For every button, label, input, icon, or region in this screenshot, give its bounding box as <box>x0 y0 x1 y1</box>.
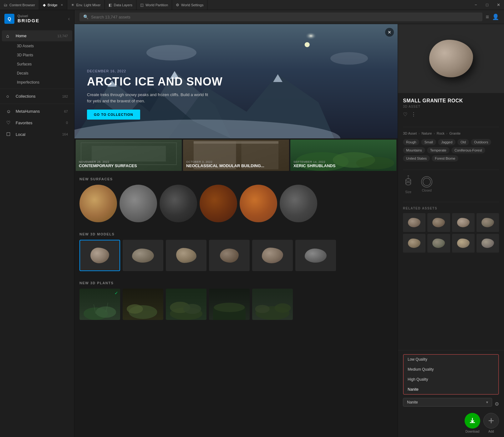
breadcrumb-item-3[interactable]: Rock <box>437 131 445 135</box>
featured-title-3: XERIC SHRUBLANDS <box>293 163 393 168</box>
tag-rough[interactable]: Rough <box>403 139 419 145</box>
download-button[interactable]: Download <box>465 413 480 433</box>
collapse-sidebar-button[interactable]: ‹ <box>68 16 70 22</box>
quality-option-low[interactable]: Low Quality <box>403 354 499 364</box>
sidebar-item-favorites[interactable]: ♡ Favorites 0 <box>2 117 72 128</box>
user-icon[interactable]: 👤 <box>492 13 499 20</box>
tag-jagged[interactable]: Jagged <box>438 139 456 145</box>
surface-item-sand[interactable] <box>79 185 117 222</box>
related-item-5[interactable] <box>403 234 425 253</box>
related-item-3[interactable] <box>452 213 475 232</box>
surface-item-wood[interactable] <box>240 185 277 222</box>
sidebar-item-local[interactable]: ☐ Local 164 <box>2 129 72 140</box>
sidebar-subitem-3d-assets[interactable]: 3D Assets <box>14 42 72 50</box>
plant-item-2[interactable] <box>123 289 163 320</box>
quality-settings-icon[interactable]: ⚙ <box>495 401 499 407</box>
hero-content: DECEMBER 16, 2022 ARCTIC ICE AND SNOW Cr… <box>87 69 223 120</box>
hero-cta-button[interactable]: GO TO COLLECTION <box>87 110 140 120</box>
app-logo-text: Quixel BRIDGE <box>18 14 39 23</box>
model-rock-shape-3 <box>176 248 196 263</box>
model-item-1[interactable] <box>79 240 120 271</box>
surface-item-more[interactable] <box>280 185 317 222</box>
breadcrumb: 3D Asset › Nature › Rock › Granite <box>398 131 504 139</box>
metahumans-label: MetaHumans <box>16 109 64 114</box>
surface-item-concrete[interactable] <box>120 185 157 222</box>
size-label: Size <box>405 190 411 194</box>
plant-item-5[interactable] <box>252 289 293 320</box>
tag-united-states[interactable]: United States <box>403 155 430 162</box>
featured-item-3[interactable]: SEPTEMBER 14, 2022 XERIC SHRUBLANDS <box>290 140 396 171</box>
tab-world-partition[interactable]: ◫ World Partition <box>136 0 172 10</box>
svg-rect-14 <box>92 146 166 162</box>
filter-icon[interactable]: ≡ <box>486 14 489 20</box>
plant-item-3[interactable] <box>166 289 206 320</box>
sidebar-subitem-decals[interactable]: Decals <box>14 69 72 78</box>
surface-item-rough[interactable] <box>200 185 237 222</box>
tab-data-layers[interactable]: ◧ Data Layers <box>105 0 136 10</box>
quality-select[interactable]: Nanite ▾ <box>403 398 492 407</box>
maximize-button[interactable]: □ <box>481 0 493 10</box>
surface-item-dark[interactable] <box>160 185 197 222</box>
related-item-1[interactable] <box>403 213 425 232</box>
search-input[interactable] <box>91 15 479 19</box>
tag-temperate[interactable]: Temperate <box>427 147 450 153</box>
tab-bridge-close[interactable]: ✕ <box>61 3 63 7</box>
sidebar-subitem-imperfections[interactable]: Imperfections <box>14 78 72 87</box>
sidebar-item-collections[interactable]: ○ Collections 182 <box>2 91 72 102</box>
model-item-3[interactable] <box>166 240 206 271</box>
svg-point-35 <box>255 305 270 313</box>
breadcrumb-item-2[interactable]: Nature <box>421 131 432 135</box>
more-options-button[interactable]: ⋮ <box>411 111 416 117</box>
sidebar-subitem-3d-plants[interactable]: 3D Plants <box>14 51 72 59</box>
tag-coniferous-forest[interactable]: Coniferous-Forest <box>451 147 485 153</box>
related-item-2[interactable] <box>427 213 450 232</box>
plant-item-4[interactable] <box>209 289 250 320</box>
tab-content-browser[interactable]: 🗂 Content Browser <box>0 0 39 10</box>
sidebar-item-home[interactable]: ⌂ Home 13,747 <box>2 30 72 41</box>
model-item-2[interactable] <box>123 240 163 271</box>
tab-bridge[interactable]: ◆ Bridge ✕ <box>39 0 67 10</box>
plant-item-1[interactable]: ✓ <box>79 289 120 320</box>
sidebar-subitem-surfaces[interactable]: Surfaces <box>14 60 72 69</box>
svg-point-36 <box>275 303 291 313</box>
model-item-4[interactable] <box>209 240 250 271</box>
meta-size: Size <box>403 174 414 194</box>
quality-option-high[interactable]: High Quality <box>403 374 499 384</box>
breadcrumb-item-4[interactable]: Granite <box>449 131 461 135</box>
tab-bridge-label: Bridge <box>48 3 58 7</box>
related-item-6[interactable] <box>427 234 450 253</box>
tag-mountains[interactable]: Mountains <box>403 147 425 153</box>
search-input-wrap[interactable]: 🔍 <box>79 13 482 21</box>
model-item-6[interactable] <box>295 240 336 271</box>
breadcrumb-item-1[interactable]: 3D Asset <box>403 131 417 135</box>
tab-env-light[interactable]: ☀ Env. Light Mixer <box>67 0 105 10</box>
add-button[interactable]: Add <box>483 413 499 433</box>
models-section-title: NEW 3D MODELS <box>79 232 393 236</box>
minimize-button[interactable]: − <box>470 0 481 10</box>
featured-title-2: NEOCLASSICAL MODULAR BUILDING... <box>186 163 286 168</box>
tag-outdoors[interactable]: Outdoors <box>471 139 491 145</box>
tag-small[interactable]: Small <box>421 139 436 145</box>
quality-option-medium[interactable]: Medium Quality <box>403 364 499 374</box>
sidebar-item-metahumans[interactable]: ☺ MetaHumans 67 <box>2 106 72 117</box>
hero-close-button[interactable]: ✕ <box>385 28 394 37</box>
browse-panel: DECEMBER 16, 2022 ARCTIC ICE AND SNOW Cr… <box>74 24 398 437</box>
related-item-4[interactable] <box>476 213 499 232</box>
tag-old[interactable]: Old <box>457 139 469 145</box>
sidebar: Q Quixel BRIDGE ‹ ⌂ Home 13,747 3D Asset… <box>0 10 74 437</box>
related-grid <box>403 213 499 253</box>
model-item-5[interactable] <box>252 240 293 271</box>
add-label: Add <box>488 430 494 433</box>
like-button[interactable]: ♡ <box>403 111 407 117</box>
tag-forest-biome[interactable]: Forest Biome <box>432 155 458 162</box>
asset-preview <box>398 24 504 93</box>
related-item-8[interactable] <box>476 234 499 253</box>
tab-world-settings[interactable]: ⚙ World Settings <box>172 0 207 10</box>
related-item-7[interactable] <box>452 234 475 253</box>
collections-count: 182 <box>62 95 68 98</box>
featured-item-1[interactable]: NOVEMBER 28, 2022 CONTEMPORARY SURFACES <box>76 140 182 171</box>
featured-item-2[interactable]: OCTOBER 3, 2022 NEOCLASSICAL MODULAR BUI… <box>183 140 289 171</box>
quality-option-nanite[interactable]: Nanite <box>403 384 499 394</box>
close-window-button[interactable]: ✕ <box>493 0 504 10</box>
tab-env-label: Env. Light Mixer <box>76 3 101 7</box>
